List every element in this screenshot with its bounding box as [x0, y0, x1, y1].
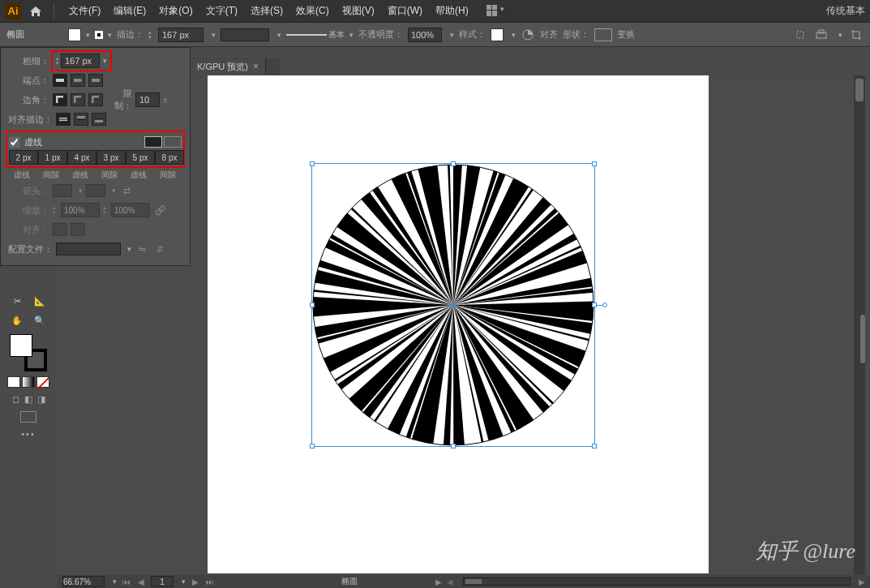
edit-toolbar-icon[interactable]: ••• — [21, 429, 36, 439]
align-outside[interactable] — [92, 113, 106, 126]
menu-object[interactable]: 对象(O) — [152, 1, 199, 21]
align-center[interactable] — [56, 113, 71, 126]
svg-rect-1 — [797, 32, 804, 38]
last-artboard[interactable]: ⏭ — [205, 577, 215, 586]
menu-file[interactable]: 文件(F) — [62, 1, 107, 21]
menu-type[interactable]: 文字(T) — [199, 1, 244, 21]
cap-projecting[interactable] — [88, 74, 103, 87]
none-mode[interactable] — [36, 376, 49, 388]
document-tab[interactable]: K/GPU 预览) × — [191, 59, 266, 75]
stroke-width-input[interactable] — [158, 28, 204, 42]
gap-1[interactable] — [38, 150, 67, 165]
stroke-width-stepper[interactable]: ▴▾ — [148, 30, 152, 40]
home-icon[interactable] — [28, 3, 44, 19]
transform-label[interactable]: 变换 — [617, 28, 635, 41]
close-tab-icon[interactable]: × — [253, 61, 259, 72]
dashlbl-2: 虚线 — [66, 170, 95, 181]
cap-label: 端点： — [7, 75, 49, 87]
draw-normal-icon[interactable]: ◻ — [12, 394, 19, 405]
hand-tool[interactable]: ✋ — [6, 311, 28, 329]
arrange-docs-icon[interactable]: ▾ — [486, 5, 504, 18]
panel-rail[interactable] — [860, 315, 865, 363]
miter-limit-input[interactable] — [135, 92, 160, 107]
flip-across-icon[interactable]: ⇵ — [152, 242, 167, 256]
cap-round[interactable] — [71, 74, 85, 87]
menu-help[interactable]: 帮助(H) — [429, 1, 475, 21]
svg-rect-10 — [77, 116, 85, 119]
gap-2[interactable] — [96, 150, 126, 165]
arrow-extend[interactable] — [53, 223, 67, 236]
isolate-icon[interactable] — [793, 28, 808, 42]
arrow-end[interactable] — [86, 184, 105, 197]
align-label[interactable]: 对齐 — [540, 28, 558, 41]
status-play-icon[interactable]: ▶ — [435, 577, 442, 586]
opacity-label: 不透明度： — [358, 28, 403, 41]
zoom-select[interactable] — [62, 576, 105, 587]
shape-mode[interactable] — [594, 28, 612, 41]
fill-swatch[interactable]: ▾ — [68, 28, 90, 41]
app-logo: Ai — [5, 3, 21, 19]
brush-definition[interactable]: 基本▾ — [286, 29, 354, 41]
recolor-icon[interactable] — [521, 28, 535, 42]
link-scale-icon[interactable]: 🔗 — [153, 203, 168, 217]
arrow-start[interactable] — [53, 184, 72, 197]
weight-input[interactable] — [61, 54, 100, 68]
join-label: 边角： — [7, 94, 49, 106]
scissors-tool[interactable]: ✂ — [6, 292, 28, 310]
opacity-input[interactable] — [408, 28, 442, 42]
scale-label: 缩放： — [7, 204, 49, 217]
arrow-tip[interactable] — [71, 223, 85, 236]
align-inside[interactable] — [74, 113, 88, 126]
edit-mode-icon[interactable] — [814, 28, 829, 42]
prev-artboard[interactable]: ◀ — [136, 577, 146, 586]
join-round[interactable] — [71, 93, 85, 106]
color-mode[interactable] — [7, 376, 20, 388]
dash-align-corners[interactable] — [164, 136, 182, 148]
measure-tool[interactable]: 📐 — [29, 292, 50, 310]
artboard-number[interactable] — [151, 576, 174, 587]
arrow-scale-end[interactable] — [111, 203, 150, 217]
swap-arrows-icon[interactable]: ⇄ — [119, 183, 134, 198]
dash-2[interactable] — [67, 150, 96, 165]
width-profile[interactable] — [56, 242, 121, 255]
arrow-scale-start[interactable] — [61, 203, 100, 217]
dash-preserve-exact[interactable] — [144, 136, 162, 148]
graphic-style[interactable] — [491, 28, 504, 41]
sunburst-artwork[interactable] — [311, 163, 595, 447]
workspace-label[interactable]: 传统基本 — [826, 4, 865, 18]
menu-window[interactable]: 窗口(W) — [381, 1, 429, 21]
menu-select[interactable]: 选择(S) — [244, 1, 289, 21]
fill-stroke-proxy[interactable] — [10, 334, 47, 371]
dashed-checkbox[interactable] — [9, 137, 19, 148]
first-artboard[interactable]: ⏮ — [122, 577, 131, 586]
join-miter[interactable] — [53, 93, 67, 106]
gaplbl-2: 间隙 — [95, 170, 124, 181]
flip-along-icon[interactable]: ⇋ — [135, 242, 149, 256]
draw-inside-icon[interactable]: ◨ — [37, 394, 45, 405]
limit-x: x — [163, 95, 168, 105]
menu-effect[interactable]: 效果(C) — [289, 1, 336, 21]
weight-dropdown[interactable]: ▾ — [103, 57, 107, 65]
status-bar: ▾ ⏮ ◀ ▾ ▶ ⏭ 椭圆 ▶ ◀ ▶ — [58, 575, 870, 588]
dash-1[interactable] — [9, 150, 38, 165]
dashlbl-1: 虚线 — [7, 170, 36, 181]
crop-icon[interactable] — [849, 28, 864, 42]
varwidth-profile[interactable] — [221, 28, 269, 41]
weight-stepper[interactable]: ▴▾ — [56, 56, 59, 66]
cap-butt[interactable] — [53, 74, 67, 87]
profile-label: 配置文件： — [7, 243, 53, 255]
dash-3[interactable] — [126, 150, 155, 165]
horizontal-scrollbar[interactable] — [463, 577, 851, 586]
menu-view[interactable]: 视图(V) — [336, 1, 381, 21]
stroke-swatch[interactable]: ▾ — [95, 31, 112, 39]
join-bevel[interactable] — [88, 93, 103, 106]
gradient-mode[interactable] — [22, 376, 35, 388]
menu-edit[interactable]: 编辑(E) — [107, 1, 152, 21]
svg-rect-4 — [56, 79, 64, 82]
gap-3[interactable] — [155, 150, 184, 165]
screen-mode[interactable] — [20, 411, 36, 423]
zoom-tool[interactable]: 🔍 — [29, 311, 50, 329]
draw-behind-icon[interactable]: ◧ — [24, 394, 32, 405]
next-artboard[interactable]: ▶ — [191, 577, 200, 586]
tools-panel: ✂ 📐 ✋ 🔍 ◻ ◧ ◨ ••• — [0, 292, 57, 439]
